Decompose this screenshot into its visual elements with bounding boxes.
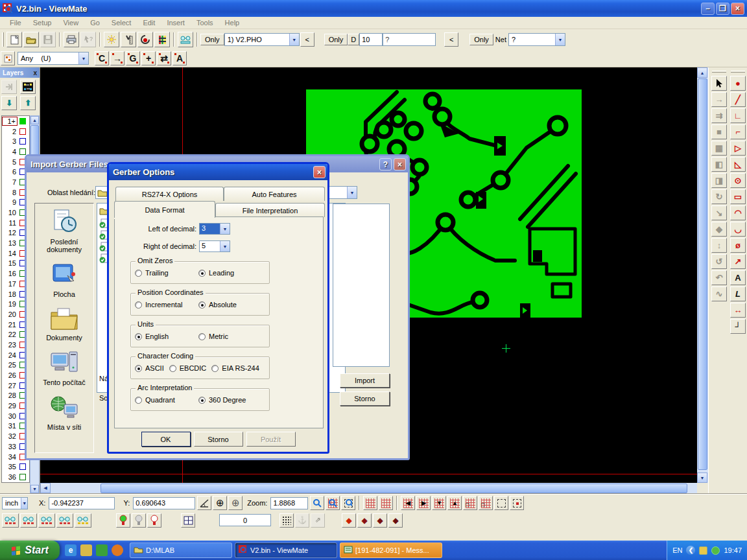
dimension-tool-icon[interactable]: ↔ xyxy=(730,303,746,318)
unit-combo[interactable]: inch▼ xyxy=(2,497,28,509)
close-icon[interactable]: × xyxy=(313,166,326,178)
taskbar-task[interactable]: V2.bin - ViewMate xyxy=(235,542,337,558)
mirror-left-icon[interactable]: ◧ xyxy=(711,157,727,172)
menu-select[interactable]: Select xyxy=(106,18,137,28)
radio-icon[interactable] xyxy=(135,301,142,309)
chevron-down-icon[interactable]: ▼ xyxy=(289,34,299,45)
copy-step-icon[interactable]: ⇉ xyxy=(711,108,727,123)
menu-help[interactable]: Help xyxy=(219,18,246,28)
place-item-my-computer[interactable]: Tento počítač xyxy=(36,351,93,386)
menu-view[interactable]: View xyxy=(57,18,84,28)
select-gerber-icon[interactable]: G xyxy=(126,51,140,65)
draw-rectangle-icon[interactable]: ▭ xyxy=(730,189,746,204)
restore-icon[interactable]: ❐ xyxy=(716,3,729,15)
radio-icon[interactable] xyxy=(198,270,206,277)
layer-color-swatch[interactable] xyxy=(19,138,26,145)
chevron-down-icon[interactable]: ▼ xyxy=(21,498,27,509)
radio-icon[interactable] xyxy=(198,397,206,404)
place-item-documents[interactable]: Dokumenty xyxy=(36,307,93,342)
radio-option-leading[interactable]: Leading xyxy=(198,269,257,277)
new-file-icon[interactable] xyxy=(6,32,22,47)
zoom-in-icon[interactable] xyxy=(310,496,324,510)
menu-go[interactable]: Go xyxy=(84,18,106,28)
origin-icon[interactable]: ⊕ xyxy=(213,496,227,510)
start-button[interactable]: Start xyxy=(0,541,60,560)
grid-origin-icon[interactable]: □ xyxy=(463,496,477,510)
apply-button[interactable]: Použít xyxy=(246,432,296,447)
anchor-icon[interactable]: ⚓ xyxy=(295,513,309,528)
chevron-down-icon[interactable]: ▼ xyxy=(555,34,565,45)
layer-setup-icon[interactable] xyxy=(20,80,36,94)
cancel-button[interactable]: Storno xyxy=(340,391,390,406)
pan-up-icon[interactable]: ▲ xyxy=(447,496,462,510)
label-tool-icon[interactable]: L xyxy=(730,286,746,301)
layer-color-swatch[interactable] xyxy=(19,118,26,124)
radio-option-ascii[interactable]: ASCII xyxy=(135,364,164,372)
glasses-ruler-icon[interactable] xyxy=(178,32,193,47)
radio-option-eia-rs-244[interactable]: EIA RS-244 xyxy=(211,364,259,372)
context-help-icon[interactable]: ? xyxy=(80,32,96,47)
layer-row[interactable]: 2 xyxy=(2,126,29,137)
measure-tools-icon[interactable] xyxy=(121,32,136,47)
chevron-down-icon[interactable]: ▼ xyxy=(220,241,230,251)
draw-arc-up-icon[interactable]: ◠ xyxy=(730,205,746,220)
language-indicator[interactable]: EN xyxy=(672,546,682,554)
view-pads-glasses-icon[interactable] xyxy=(38,513,55,528)
zoom-value[interactable]: 1.8868 xyxy=(270,497,308,509)
scroll-up-icon[interactable]: ▲ xyxy=(697,67,707,78)
tab-rs274x-options[interactable]: RS274-X Options xyxy=(115,187,224,201)
toolbar-grip[interactable] xyxy=(2,32,4,47)
selection-filter-icon[interactable] xyxy=(1,51,15,65)
taskbar-task[interactable]: D:\MLAB xyxy=(130,542,232,558)
move-layer-down-icon[interactable]: ⬇︎ xyxy=(1,96,17,110)
place-item-desktop[interactable]: Plocha xyxy=(36,262,93,298)
grid-snap-icon[interactable] xyxy=(379,496,393,510)
palette-grip[interactable] xyxy=(731,71,745,73)
scroll-down-icon[interactable]: ▼ xyxy=(30,485,39,493)
marker-icon[interactable]: ◆ xyxy=(342,513,356,528)
scroll-up-icon[interactable]: ▲ xyxy=(30,116,39,124)
select-components-icon[interactable]: C xyxy=(95,51,109,65)
highlight-on-bulb-icon[interactable] xyxy=(116,513,130,528)
angle-icon[interactable] xyxy=(197,496,211,510)
menu-tools[interactable]: Tools xyxy=(191,18,219,28)
wave-icon[interactable]: ∿ xyxy=(711,286,727,301)
help-icon[interactable]: ? xyxy=(379,158,392,170)
view-board-glasses-icon[interactable] xyxy=(75,513,91,528)
highlight-off-bulb-icon[interactable] xyxy=(132,513,146,528)
cancel-button[interactable]: Storno xyxy=(194,432,243,447)
grid-dots-icon[interactable] xyxy=(279,513,294,528)
layer-color-swatch[interactable] xyxy=(19,463,26,470)
scroll-left-icon[interactable]: ◀ xyxy=(40,483,51,493)
view-traces-glasses-icon[interactable] xyxy=(56,513,73,528)
dcode-button[interactable]: D xyxy=(348,34,359,45)
scrollbar-thumb[interactable] xyxy=(698,78,707,470)
layer-color-swatch[interactable] xyxy=(19,148,26,155)
layer-colors-icon[interactable] xyxy=(154,32,170,47)
close-icon[interactable]: × xyxy=(731,3,744,15)
snap-move-icon[interactable]: → xyxy=(711,92,727,107)
menu-edit[interactable]: Edit xyxy=(137,18,161,28)
book-icon[interactable] xyxy=(96,544,108,556)
grid-offset-icon[interactable]: □ xyxy=(479,496,493,510)
menu-insert[interactable]: Insert xyxy=(161,18,191,28)
radio-icon[interactable] xyxy=(211,365,219,372)
horizontal-scrollbar[interactable]: ◀ xyxy=(40,483,697,494)
marker-dot-icon[interactable]: ◆ xyxy=(388,513,403,528)
pan-down-icon[interactable]: ▼ xyxy=(432,496,446,510)
tab-file-interpretation[interactable]: File Interpretation xyxy=(215,203,325,217)
draw-arc-down-icon[interactable]: ◡ xyxy=(730,222,746,237)
radio-icon[interactable] xyxy=(135,365,142,372)
only-layer-button[interactable]: Only xyxy=(200,34,224,45)
spin-icon[interactable]: ↺ xyxy=(711,254,727,269)
draw-line-icon[interactable]: ╱ xyxy=(730,92,746,107)
tab-data-format[interactable]: Data Format xyxy=(114,201,215,218)
view-all-glasses-icon[interactable] xyxy=(2,513,19,528)
left-of-decimal-combo[interactable]: 3▼ xyxy=(199,223,230,235)
layer-color-swatch[interactable] xyxy=(19,474,26,480)
radio-option-ebcdic[interactable]: EBCDIC xyxy=(169,364,207,372)
close-icon[interactable]: x xyxy=(33,69,37,76)
minimize-icon[interactable]: – xyxy=(701,3,715,15)
radio-option-english[interactable]: English xyxy=(135,332,193,340)
highlight-flash-icon[interactable] xyxy=(104,32,119,47)
